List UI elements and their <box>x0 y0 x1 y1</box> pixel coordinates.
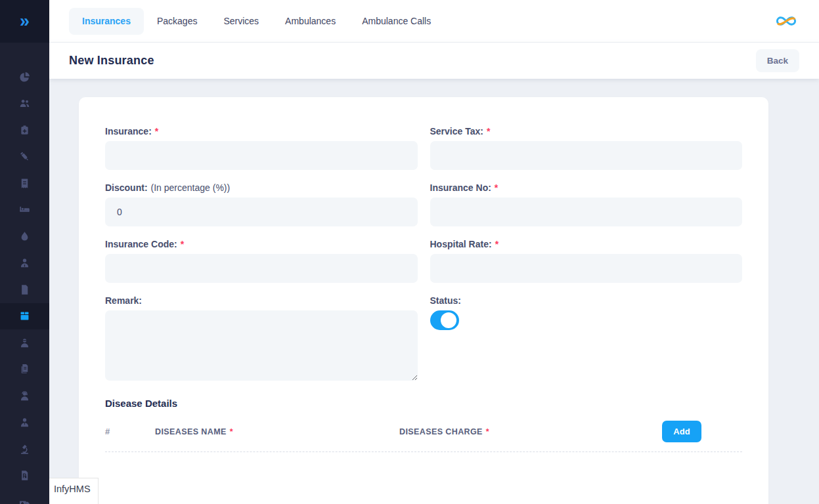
column-label: DISEASES NAME <box>155 427 227 436</box>
disease-details-title: Disease Details <box>105 398 742 409</box>
infinity-logo[interactable] <box>773 12 799 30</box>
top-navbar: Insurances Packages Services Ambulances … <box>49 0 819 43</box>
status-label: Status: <box>430 295 743 306</box>
tab-ambulance-calls[interactable]: Ambulance Calls <box>349 8 444 35</box>
link-status-tooltip: InfyHMS <box>49 478 99 504</box>
sidebar-menu <box>0 43 49 504</box>
sidebar-collapse-button[interactable]: » <box>0 0 49 43</box>
hospital-rate-input[interactable] <box>430 254 743 283</box>
insurance-no-label: Insurance No: * <box>430 182 743 193</box>
required-asterisk: * <box>155 126 158 136</box>
discount-input[interactable] <box>105 198 418 226</box>
required-asterisk: * <box>486 427 489 436</box>
sidebar-item-driver[interactable] <box>0 329 49 356</box>
prescription-icon <box>18 469 31 482</box>
sidebar-item-patients[interactable] <box>0 91 49 117</box>
add-disease-button[interactable]: Add <box>662 421 701 442</box>
required-asterisk: * <box>181 239 184 249</box>
discount-field: Discount: (In percentage (%)) <box>105 182 418 226</box>
required-asterisk: * <box>230 427 233 436</box>
documents-icon <box>18 363 31 375</box>
insurance-code-input[interactable] <box>105 254 418 283</box>
page-header: New Insurance Back <box>49 43 819 79</box>
sidebar: » <box>0 0 49 504</box>
discount-label: Discount: (In percentage (%)) <box>105 182 418 193</box>
tab-packages[interactable]: Packages <box>144 8 210 35</box>
column-diseases-name-header: DISEASES NAME * <box>155 427 399 436</box>
sidebar-item-blood-drop[interactable] <box>0 223 49 250</box>
sidebar-item-receptionist[interactable] <box>0 383 49 410</box>
sidebar-item-medical-kit[interactable] <box>0 117 49 144</box>
insurance-field: Insurance: * <box>105 126 418 170</box>
required-asterisk: * <box>487 126 490 136</box>
bed-icon <box>18 203 31 216</box>
label-text: Discount: <box>105 182 148 193</box>
page-title: New Insurance <box>69 54 154 68</box>
back-button[interactable]: Back <box>756 49 799 72</box>
infinity-logo-icon <box>773 12 799 30</box>
sidebar-item-microscope[interactable] <box>0 436 49 463</box>
status-field: Status: <box>430 295 743 381</box>
label-text: Insurance: <box>105 126 152 136</box>
disease-table-header: # DISEASES NAME * DISEASES CHARGE * Add <box>105 421 742 452</box>
insurance-code-field: Insurance Code: * <box>105 239 418 283</box>
service-tax-input[interactable] <box>430 141 743 170</box>
sidebar-item-bed[interactable] <box>0 197 49 224</box>
sidebar-item-documents[interactable] <box>0 356 49 383</box>
sidebar-item-doctor[interactable] <box>0 250 49 277</box>
top-tabs: Insurances Packages Services Ambulances … <box>69 8 444 35</box>
hospital-rate-field: Hospital Rate: * <box>430 239 743 283</box>
sidebar-item-document[interactable] <box>0 276 49 303</box>
sidebar-item-billing[interactable] <box>0 170 49 197</box>
insurance-no-input[interactable] <box>430 198 743 226</box>
microscope-icon <box>18 443 31 455</box>
status-toggle-knob <box>441 312 456 328</box>
label-text: Insurance Code: <box>105 239 177 249</box>
hospital-rate-label: Hospital Rate: * <box>430 239 743 249</box>
pie-chart-icon <box>18 71 31 83</box>
syringe-icon <box>18 150 31 163</box>
medical-kit-icon <box>18 124 31 136</box>
tab-services[interactable]: Services <box>210 8 272 35</box>
insurance-input[interactable] <box>105 141 418 170</box>
remark-label: Remark: <box>105 295 418 306</box>
billing-icon <box>18 177 31 190</box>
discount-hint: (In percentage (%)) <box>151 182 231 193</box>
required-asterisk: * <box>495 239 498 249</box>
label-text: Status: <box>430 295 461 306</box>
new-insurance-form-card: Insurance: * Service Tax: * Discount: (I… <box>79 97 768 504</box>
sidebar-item-package[interactable] <box>0 303 49 330</box>
insurance-no-field: Insurance No: * <box>430 182 743 226</box>
staff-icon <box>18 416 31 429</box>
sidebar-item-prescription[interactable] <box>0 463 49 490</box>
column-label: DISEASES CHARGE <box>399 427 483 436</box>
label-text: Hospital Rate: <box>430 239 492 249</box>
sidebar-item-syringe[interactable] <box>0 144 49 171</box>
column-index-header: # <box>105 427 155 436</box>
document-icon <box>18 284 31 296</box>
receptionist-icon <box>18 390 31 402</box>
column-diseases-charge-header: DISEASES CHARGE * <box>399 427 662 436</box>
required-asterisk: * <box>495 182 498 193</box>
sidebar-item-staff[interactable] <box>0 410 49 436</box>
tab-ambulances[interactable]: Ambulances <box>272 8 349 35</box>
sidebar-item-pie-chart[interactable] <box>0 64 49 91</box>
status-toggle[interactable] <box>430 310 459 330</box>
double-chevron-right-icon: » <box>20 12 30 30</box>
doctor-icon <box>18 257 31 269</box>
patients-icon <box>18 97 31 110</box>
insurance-label: Insurance: * <box>105 126 418 136</box>
remark-textarea[interactable] <box>105 310 418 381</box>
service-tax-label: Service Tax: * <box>430 126 743 136</box>
label-text: Insurance No: <box>430 182 491 193</box>
package-icon <box>18 310 31 322</box>
insurance-code-label: Insurance Code: * <box>105 239 418 249</box>
remark-field: Remark: <box>105 295 418 381</box>
service-tax-field: Service Tax: * <box>430 126 743 170</box>
ambulance-icon <box>18 496 31 504</box>
tab-insurances[interactable]: Insurances <box>69 8 144 35</box>
sidebar-item-ambulance[interactable] <box>0 489 49 504</box>
label-text: Remark: <box>105 295 142 306</box>
form-grid: Insurance: * Service Tax: * Discount: (I… <box>105 126 742 393</box>
driver-icon <box>18 337 31 349</box>
